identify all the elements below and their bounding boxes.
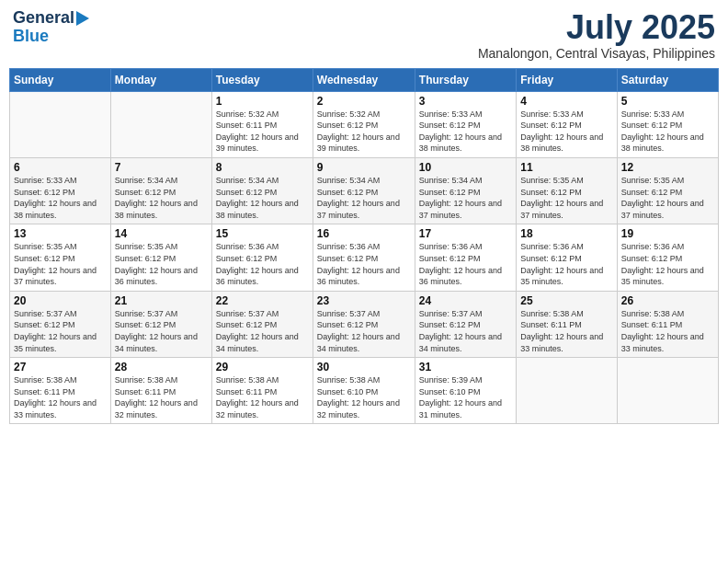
calendar-cell: 27Sunrise: 5:38 AM Sunset: 6:11 PM Dayli…	[10, 358, 111, 424]
calendar-week-4: 20Sunrise: 5:37 AM Sunset: 6:12 PM Dayli…	[10, 291, 719, 357]
day-info: Sunrise: 5:32 AM Sunset: 6:12 PM Dayligh…	[317, 109, 411, 155]
logo: General Blue	[13, 9, 89, 46]
day-info: Sunrise: 5:33 AM Sunset: 6:12 PM Dayligh…	[621, 109, 714, 155]
calendar-cell: 13Sunrise: 5:35 AM Sunset: 6:12 PM Dayli…	[10, 224, 111, 291]
calendar-cell: 9Sunrise: 5:34 AM Sunset: 6:12 PM Daylig…	[313, 157, 415, 224]
weekday-header-sunday: Sunday	[10, 68, 111, 91]
day-number: 19	[621, 227, 714, 240]
calendar-cell	[110, 91, 211, 157]
day-info: Sunrise: 5:34 AM Sunset: 6:12 PM Dayligh…	[419, 175, 512, 221]
day-number: 23	[317, 294, 411, 307]
day-number: 15	[216, 227, 309, 240]
calendar-cell: 12Sunrise: 5:35 AM Sunset: 6:12 PM Dayli…	[617, 157, 718, 224]
day-info: Sunrise: 5:34 AM Sunset: 6:12 PM Dayligh…	[317, 175, 411, 221]
day-info: Sunrise: 5:37 AM Sunset: 6:12 PM Dayligh…	[115, 308, 208, 354]
weekday-header-saturday: Saturday	[617, 68, 718, 91]
month-title: July 2025	[478, 9, 715, 46]
day-number: 22	[216, 294, 309, 307]
day-info: Sunrise: 5:36 AM Sunset: 6:12 PM Dayligh…	[216, 241, 309, 287]
day-info: Sunrise: 5:36 AM Sunset: 6:12 PM Dayligh…	[621, 241, 714, 287]
day-number: 31	[419, 361, 512, 373]
day-number: 1	[216, 95, 309, 108]
day-info: Sunrise: 5:33 AM Sunset: 6:12 PM Dayligh…	[520, 109, 612, 155]
day-number: 11	[520, 161, 612, 174]
day-number: 26	[621, 294, 714, 307]
calendar-cell: 5Sunrise: 5:33 AM Sunset: 6:12 PM Daylig…	[617, 91, 718, 157]
calendar-cell: 20Sunrise: 5:37 AM Sunset: 6:12 PM Dayli…	[10, 291, 111, 357]
calendar-week-3: 13Sunrise: 5:35 AM Sunset: 6:12 PM Dayli…	[10, 224, 719, 291]
calendar-cell: 19Sunrise: 5:36 AM Sunset: 6:12 PM Dayli…	[617, 224, 718, 291]
day-number: 2	[317, 95, 411, 108]
day-info: Sunrise: 5:36 AM Sunset: 6:12 PM Dayligh…	[317, 241, 411, 287]
day-number: 18	[520, 227, 612, 240]
day-info: Sunrise: 5:38 AM Sunset: 6:11 PM Dayligh…	[14, 374, 107, 420]
weekday-header-monday: Monday	[110, 68, 211, 91]
day-info: Sunrise: 5:35 AM Sunset: 6:12 PM Dayligh…	[621, 175, 714, 221]
calendar-cell: 16Sunrise: 5:36 AM Sunset: 6:12 PM Dayli…	[313, 224, 415, 291]
day-info: Sunrise: 5:37 AM Sunset: 6:12 PM Dayligh…	[317, 308, 411, 354]
day-info: Sunrise: 5:36 AM Sunset: 6:12 PM Dayligh…	[520, 241, 612, 287]
day-number: 3	[419, 95, 512, 108]
day-number: 5	[621, 95, 714, 108]
logo-blue: Blue	[13, 28, 49, 46]
day-info: Sunrise: 5:39 AM Sunset: 6:10 PM Dayligh…	[419, 374, 512, 420]
day-number: 30	[317, 361, 411, 373]
day-number: 6	[14, 161, 107, 174]
day-number: 14	[115, 227, 208, 240]
calendar-cell: 6Sunrise: 5:33 AM Sunset: 6:12 PM Daylig…	[10, 157, 111, 224]
calendar-cell: 3Sunrise: 5:33 AM Sunset: 6:12 PM Daylig…	[415, 91, 516, 157]
calendar-cell	[617, 358, 718, 424]
day-info: Sunrise: 5:37 AM Sunset: 6:12 PM Dayligh…	[216, 308, 309, 354]
calendar-cell	[517, 358, 617, 424]
calendar-week-5: 27Sunrise: 5:38 AM Sunset: 6:11 PM Dayli…	[10, 358, 719, 424]
day-info: Sunrise: 5:36 AM Sunset: 6:12 PM Dayligh…	[419, 241, 512, 287]
calendar-cell: 30Sunrise: 5:38 AM Sunset: 6:10 PM Dayli…	[313, 358, 415, 424]
day-number: 9	[317, 161, 411, 174]
day-number: 7	[115, 161, 208, 174]
logo-general: General	[13, 9, 74, 28]
calendar-cell: 17Sunrise: 5:36 AM Sunset: 6:12 PM Dayli…	[415, 224, 516, 291]
calendar-header-row: SundayMondayTuesdayWednesdayThursdayFrid…	[10, 68, 719, 91]
day-info: Sunrise: 5:35 AM Sunset: 6:12 PM Dayligh…	[14, 241, 107, 287]
calendar-cell: 21Sunrise: 5:37 AM Sunset: 6:12 PM Dayli…	[110, 291, 211, 357]
day-info: Sunrise: 5:37 AM Sunset: 6:12 PM Dayligh…	[14, 308, 107, 354]
day-info: Sunrise: 5:38 AM Sunset: 6:11 PM Dayligh…	[621, 308, 714, 354]
day-info: Sunrise: 5:34 AM Sunset: 6:12 PM Dayligh…	[216, 175, 309, 221]
day-number: 24	[419, 294, 512, 307]
location-title: Manalongon, Central Visayas, Philippines	[478, 46, 715, 61]
day-number: 8	[216, 161, 309, 174]
day-number: 25	[520, 294, 612, 307]
calendar-week-2: 6Sunrise: 5:33 AM Sunset: 6:12 PM Daylig…	[10, 157, 719, 224]
calendar-cell: 25Sunrise: 5:38 AM Sunset: 6:11 PM Dayli…	[517, 291, 617, 357]
weekday-header-friday: Friday	[517, 68, 617, 91]
calendar-cell: 29Sunrise: 5:38 AM Sunset: 6:11 PM Dayli…	[211, 358, 313, 424]
calendar-cell: 15Sunrise: 5:36 AM Sunset: 6:12 PM Dayli…	[211, 224, 313, 291]
day-number: 10	[419, 161, 512, 174]
calendar-cell: 23Sunrise: 5:37 AM Sunset: 6:12 PM Dayli…	[313, 291, 415, 357]
calendar-cell: 2Sunrise: 5:32 AM Sunset: 6:12 PM Daylig…	[313, 91, 415, 157]
day-info: Sunrise: 5:38 AM Sunset: 6:10 PM Dayligh…	[317, 374, 411, 420]
day-info: Sunrise: 5:33 AM Sunset: 6:12 PM Dayligh…	[419, 109, 512, 155]
weekday-header-wednesday: Wednesday	[313, 68, 415, 91]
day-info: Sunrise: 5:34 AM Sunset: 6:12 PM Dayligh…	[115, 175, 208, 221]
calendar-cell: 22Sunrise: 5:37 AM Sunset: 6:12 PM Dayli…	[211, 291, 313, 357]
day-number: 28	[115, 361, 208, 373]
day-number: 17	[419, 227, 512, 240]
calendar-cell: 7Sunrise: 5:34 AM Sunset: 6:12 PM Daylig…	[110, 157, 211, 224]
day-number: 20	[14, 294, 107, 307]
day-info: Sunrise: 5:35 AM Sunset: 6:12 PM Dayligh…	[115, 241, 208, 287]
page-header: General Blue July 2025 Manalongon, Centr…	[9, 9, 719, 61]
calendar-cell	[10, 91, 111, 157]
day-info: Sunrise: 5:38 AM Sunset: 6:11 PM Dayligh…	[115, 374, 208, 420]
day-number: 27	[14, 361, 107, 373]
logo-arrow-icon	[76, 11, 89, 26]
day-info: Sunrise: 5:38 AM Sunset: 6:11 PM Dayligh…	[216, 374, 309, 420]
title-block: July 2025 Manalongon, Central Visayas, P…	[478, 9, 715, 61]
calendar-cell: 4Sunrise: 5:33 AM Sunset: 6:12 PM Daylig…	[517, 91, 617, 157]
calendar-cell: 26Sunrise: 5:38 AM Sunset: 6:11 PM Dayli…	[617, 291, 718, 357]
day-info: Sunrise: 5:37 AM Sunset: 6:12 PM Dayligh…	[419, 308, 512, 354]
calendar-cell: 18Sunrise: 5:36 AM Sunset: 6:12 PM Dayli…	[517, 224, 617, 291]
day-number: 12	[621, 161, 714, 174]
day-number: 4	[520, 95, 612, 108]
calendar-table: SundayMondayTuesdayWednesdayThursdayFrid…	[9, 68, 719, 425]
